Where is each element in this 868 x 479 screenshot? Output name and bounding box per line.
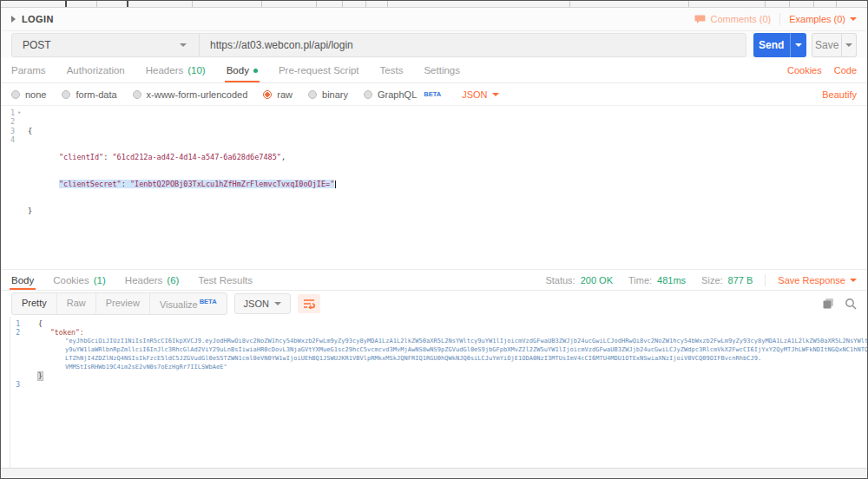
- cookies-link[interactable]: Cookies: [787, 65, 822, 75]
- radio-none[interactable]: none: [11, 89, 46, 100]
- status-badge: 200 OK: [581, 275, 613, 285]
- response-view-switch: Pretty Raw Preview VisualizeBETA: [11, 292, 227, 315]
- radio-raw[interactable]: raw: [263, 89, 293, 100]
- size-label: Size:: [701, 275, 722, 285]
- view-pretty-button[interactable]: Pretty: [12, 293, 57, 314]
- chevron-down-icon: [274, 302, 281, 305]
- horizontal-scrollbar[interactable]: [1, 468, 867, 478]
- send-options-button[interactable]: [790, 33, 807, 57]
- code-line: "clientId": "61cd212a-ad42-4d14-a547-6a6…: [59, 153, 336, 161]
- postman-window: LOGIN Comments (0) Examples (0) POST htt…: [0, 0, 868, 479]
- tab-body[interactable]: Body: [227, 58, 258, 82]
- radio-icon: [308, 90, 317, 99]
- save-button-group: Save: [812, 33, 857, 57]
- save-response-dropdown[interactable]: Save Response: [778, 275, 857, 285]
- response-headers-count-badge: (6): [167, 275, 179, 285]
- save-options-button[interactable]: [841, 34, 856, 56]
- divider: [779, 13, 780, 25]
- send-button[interactable]: Send: [753, 33, 790, 57]
- response-tab-test-results[interactable]: Test Results: [198, 270, 253, 290]
- method-select[interactable]: POST: [12, 34, 200, 56]
- raw-format-select[interactable]: JSON: [462, 89, 498, 100]
- wrap-text-button[interactable]: [298, 294, 320, 313]
- view-raw-button[interactable]: Raw: [57, 293, 96, 314]
- code-line: "token":: [50, 329, 84, 337]
- examples-dropdown[interactable]: Examples (0): [789, 14, 857, 24]
- request-title-bar: LOGIN Comments (0) Examples (0): [1, 8, 867, 31]
- chevron-down-icon: [492, 93, 499, 96]
- radio-urlencoded[interactable]: x-www-form-urlencoded: [133, 89, 248, 100]
- tab-params[interactable]: Params: [11, 58, 46, 82]
- time-label: Time:: [628, 275, 652, 285]
- code-line: }: [38, 372, 43, 380]
- radio-icon: [62, 90, 70, 99]
- comments-label: Comments (0): [711, 14, 772, 24]
- visualize-beta-badge: BETA: [200, 298, 217, 305]
- code-link[interactable]: Code: [834, 65, 857, 75]
- code-line: {: [28, 127, 336, 135]
- tab-headers[interactable]: Headers(10): [146, 58, 206, 82]
- code-line: {: [38, 320, 43, 328]
- save-button[interactable]: Save: [812, 34, 841, 56]
- cookies-count-badge: (1): [94, 275, 106, 285]
- method-value: POST: [23, 39, 51, 51]
- wrap-text-icon: [303, 299, 315, 309]
- code-line-active: "clientSecret": "IenbtQ2POBj03TxLcu1hZfH…: [59, 180, 336, 188]
- response-tab-cookies[interactable]: Cookies(1): [53, 270, 106, 290]
- examples-label: Examples (0): [789, 14, 845, 24]
- request-tabs-row: Params Authorization Headers(10) Body Pr…: [1, 58, 867, 83]
- url-value: https://at03.webcon.pl/api/login: [210, 39, 353, 51]
- graphql-beta-badge: BETA: [424, 90, 441, 98]
- chevron-down-icon: [795, 43, 802, 47]
- token-line: LTZhNjI4ZDZlNzQ4NSIsIkFzcE5ldC5JZGVudGl0…: [65, 355, 761, 362]
- request-url-row: POST https://at03.webcon.pl/api/login Se…: [1, 31, 867, 58]
- tab-pre-request-script[interactable]: Pre-request Script: [279, 58, 359, 82]
- response-format-select[interactable]: JSON: [234, 293, 291, 314]
- tab-tests[interactable]: Tests: [380, 58, 404, 82]
- radio-icon: [364, 90, 372, 99]
- status-label: Status:: [545, 275, 575, 285]
- view-preview-button[interactable]: Preview: [96, 293, 150, 314]
- search-icon[interactable]: [845, 298, 857, 310]
- radio-form-data[interactable]: form-data: [62, 89, 116, 100]
- body-has-content-dot: [253, 69, 258, 73]
- editor-line-numbers: 1 2 3 4: [1, 108, 15, 144]
- response-line-numbers: 1 2 3: [11, 320, 20, 390]
- save-response-label: Save Response: [778, 275, 845, 285]
- comment-icon: [694, 15, 706, 24]
- tab-settings[interactable]: Settings: [424, 58, 460, 82]
- chevron-down-icon: [180, 43, 187, 47]
- radio-icon: [133, 90, 141, 99]
- response-toolbar: Pretty Raw Preview VisualizeBETA JSON: [1, 291, 867, 317]
- code-line: }: [28, 207, 336, 215]
- headers-count-badge: (10): [187, 65, 205, 75]
- radio-selected-icon: [263, 90, 272, 99]
- token-line: VMMStIsRHWb19C4im2sE2vN0s7oEzHgRr7IILSWb…: [65, 364, 227, 371]
- body-type-row: none form-data x-www-form-urlencoded raw…: [1, 83, 867, 106]
- text-cursor: [335, 180, 336, 188]
- radio-binary[interactable]: binary: [308, 89, 348, 100]
- chevron-down-icon: [850, 17, 857, 21]
- response-tab-body[interactable]: Body: [11, 270, 34, 290]
- url-input[interactable]: https://at03.webcon.pl/api/login: [200, 34, 746, 56]
- request-title[interactable]: LOGIN: [11, 14, 54, 24]
- collapse-caret-icon[interactable]: [11, 16, 16, 23]
- chevron-down-icon: [845, 43, 852, 47]
- divider: [765, 274, 766, 286]
- window-top-edge: [1, 1, 867, 8]
- tab-authorization[interactable]: Authorization: [67, 58, 125, 82]
- fold-caret-icon[interactable]: ▾: [17, 108, 21, 117]
- send-button-group: Send: [753, 33, 806, 57]
- response-body-viewer[interactable]: 1 2 3 { "token": "eyJhbGciOiJIUzI1NiIsIn…: [1, 317, 867, 468]
- comments-button[interactable]: Comments (0): [694, 14, 772, 24]
- copy-icon[interactable]: [822, 298, 834, 310]
- request-title-label: LOGIN: [22, 14, 54, 24]
- response-tab-headers[interactable]: Headers(6): [125, 270, 180, 290]
- request-body-editor[interactable]: 1 2 3 4 ▾ { "clientId": "61cd212a-ad42-4…: [1, 106, 867, 269]
- token-line: y9uYW1laWRlbnRpZmllciI6InJlc3RhcGlAd2ViY…: [65, 346, 868, 353]
- beautify-link[interactable]: Beautify: [822, 89, 857, 100]
- url-group: POST https://at03.webcon.pl/api/login: [11, 33, 746, 57]
- radio-graphql[interactable]: GraphQLBETA: [364, 89, 441, 100]
- token-line: "eyJhbGciOiJIUzI1NiIsInR5cCI6IkpXVCJ9.ey…: [65, 338, 868, 344]
- view-visualize-button[interactable]: VisualizeBETA: [150, 293, 227, 314]
